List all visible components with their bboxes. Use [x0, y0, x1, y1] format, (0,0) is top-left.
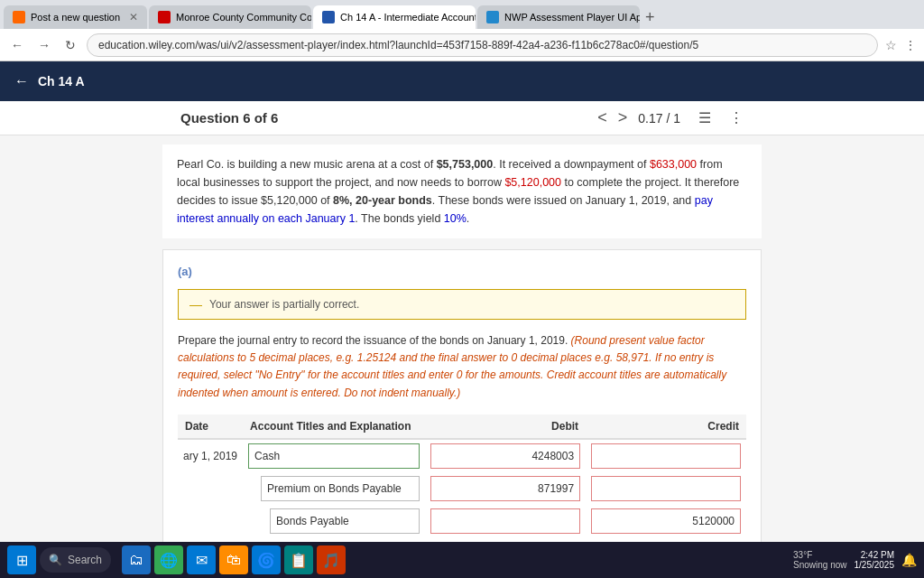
partial-correct-banner: — Your answer is partially correct. — [178, 289, 746, 320]
search-label: Search — [68, 554, 102, 566]
credit-input-3[interactable] — [591, 508, 741, 534]
account-input-3[interactable] — [270, 508, 420, 534]
prev-question-button[interactable]: < — [597, 108, 607, 127]
credit-cell-1 — [586, 439, 746, 472]
date-cell-1: ary 1, 2019 — [178, 439, 243, 472]
credit-cell-2 — [586, 472, 746, 505]
part-label: (a) — [178, 265, 746, 278]
tab-favicon-2 — [158, 11, 171, 23]
header-debit: Debit — [425, 415, 586, 439]
question-score: 0.17 / 1 — [638, 111, 680, 126]
account-cell-1 — [243, 439, 425, 472]
start-button[interactable]: ⊞ — [7, 545, 36, 574]
credit-cell-3 — [586, 505, 746, 537]
settings-icon[interactable]: ⋮ — [904, 38, 917, 52]
taskbar-media[interactable]: 🎵 — [317, 545, 346, 574]
app-title: Ch 14 A — [38, 74, 85, 89]
account-input-1[interactable] — [248, 443, 420, 469]
credit-input-2[interactable] — [591, 476, 741, 501]
table-row: ary 1, 2019 — [178, 439, 746, 472]
next-question-button[interactable]: > — [618, 108, 628, 127]
app-back-button[interactable]: ← — [14, 73, 29, 89]
banner-text: Your answer is partially correct. — [209, 298, 359, 311]
header-credit: Credit — [586, 415, 746, 439]
taskbar-time: 2:42 PM — [855, 550, 895, 560]
tab-favicon-4 — [486, 11, 499, 23]
debit-input-2[interactable] — [430, 476, 580, 501]
taskbar-store[interactable]: 🛍 — [219, 545, 248, 574]
tab-ch14a[interactable]: Ch 14 A - Intermediate Accounti... ✕ — [313, 5, 476, 29]
taskbar-date: 1/25/2025 — [855, 560, 895, 570]
tab-close-1[interactable]: ✕ — [129, 11, 138, 23]
tab-post-question[interactable]: Post a new question ✕ — [4, 5, 147, 29]
debit-cell-3 — [425, 505, 586, 537]
tab-favicon-1 — [13, 11, 25, 23]
date-cell-2 — [178, 472, 243, 505]
journal-table: Date Account Titles and Explanation Debi… — [178, 415, 746, 537]
tab-favicon-3 — [322, 11, 335, 23]
table-row — [178, 472, 746, 505]
table-row — [178, 505, 746, 537]
search-icon: 🔍 — [49, 554, 62, 566]
debit-input-3[interactable] — [430, 508, 580, 534]
forward-button[interactable]: → — [34, 36, 54, 54]
warning-icon: — — [189, 297, 202, 312]
problem-text: Pearl Co. is building a new music arena … — [162, 144, 762, 238]
search-bar[interactable]: 🔍 Search — [40, 547, 111, 573]
more-options-icon[interactable]: ⋮ — [729, 109, 744, 126]
refresh-button[interactable]: ↻ — [61, 36, 79, 54]
debit-cell-1 — [425, 439, 586, 472]
header-date: Date — [178, 415, 243, 439]
question-title: Question 6 of 6 — [180, 110, 587, 126]
taskbar-app[interactable]: 📋 — [284, 545, 313, 574]
tab-label-1: Post a new question — [31, 12, 120, 23]
taskbar-weather-desc: Snowing now — [793, 560, 846, 570]
back-button[interactable]: ← — [7, 36, 27, 54]
credit-input-1[interactable] — [591, 443, 741, 469]
tab-monroe[interactable]: Monroe County Community Coll... ✕ — [149, 5, 311, 29]
taskbar-chrome[interactable]: 🌐 — [154, 545, 183, 574]
tab-label-3: Ch 14 A - Intermediate Accounti... — [340, 12, 476, 23]
tab-label-2: Monroe County Community Coll... — [176, 12, 311, 23]
list-icon[interactable]: ☰ — [698, 109, 711, 126]
address-bar[interactable] — [87, 33, 878, 57]
debit-input-1[interactable] — [430, 443, 580, 469]
debit-cell-2 — [425, 472, 586, 505]
notification-icon[interactable]: 🔔 — [901, 553, 917, 567]
taskbar-mail[interactable]: ✉ — [187, 545, 216, 574]
taskbar-weather: 33°F — [793, 550, 846, 560]
bookmark-icon[interactable]: ☆ — [885, 38, 897, 52]
new-tab-button[interactable]: + — [642, 6, 659, 29]
account-cell-2 — [243, 472, 425, 505]
instructions: Prepare the journal entry to record the … — [178, 332, 746, 402]
account-cell-3 — [243, 505, 425, 537]
taskbar: ⊞ 🔍 Search 🗂 🌐 ✉ 🛍 🌀 📋 🎵 33°F Snowing no… — [0, 542, 924, 578]
answer-section: (a) — Your answer is partially correct. … — [162, 249, 762, 574]
tab-label-4: NWP Assessment Player UI Appl... — [504, 12, 640, 23]
main-content: Pearl Co. is building a new music arena … — [0, 135, 924, 574]
taskbar-explorer[interactable]: 🗂 — [122, 545, 151, 574]
account-input-2[interactable] — [261, 476, 420, 501]
taskbar-browser[interactable]: 🌀 — [252, 545, 281, 574]
header-account: Account Titles and Explanation — [243, 415, 425, 439]
date-cell-3 — [178, 505, 243, 537]
tab-nwp[interactable]: NWP Assessment Player UI Appl... ✕ — [477, 5, 640, 29]
